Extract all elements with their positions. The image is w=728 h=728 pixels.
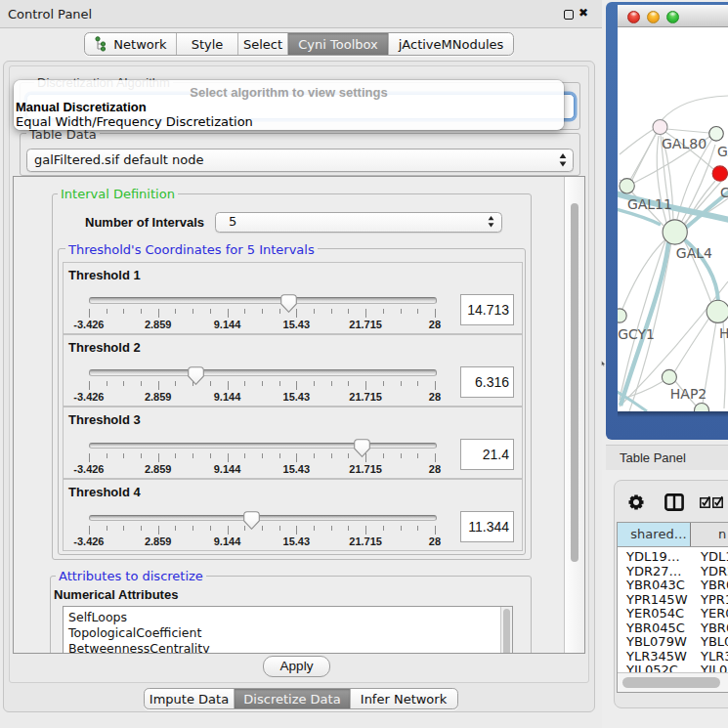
threshold-value-field[interactable]: 11.344: [460, 511, 514, 542]
slider-tick: [314, 309, 315, 314]
table-horizontal-scrollbar[interactable]: [618, 672, 728, 693]
slider-tick: [417, 381, 418, 386]
slider-tick-label: 15.43: [267, 391, 325, 403]
numerical-attributes-list[interactable]: SelfLoopsTopologicalCoefficientBetweenne…: [63, 606, 513, 654]
slider-tick: [193, 453, 193, 458]
tab-select[interactable]: Select: [238, 33, 288, 55]
table-data-combobox[interactable]: galFiltered.sif default node: [26, 149, 574, 172]
slider-tick: [158, 526, 159, 535]
slider-tick: [89, 453, 90, 462]
slider-tick: [331, 381, 332, 386]
slider-tick: [383, 309, 384, 314]
slider-tick: [296, 453, 297, 462]
network-node[interactable]: [618, 309, 626, 322]
column-header-shared-name[interactable]: shared…: [618, 523, 691, 546]
slider-tick: [141, 453, 142, 458]
titlebar[interactable]: Control Panel ✖: [0, 0, 602, 28]
popup-item-equal-width[interactable]: Equal Width/Frequency Discretization: [16, 114, 253, 129]
slider-tick: [314, 381, 315, 386]
network-node[interactable]: [709, 127, 724, 142]
popup-item-manual-discretization[interactable]: Manual Discretization: [16, 100, 147, 114]
column-header-name[interactable]: n: [691, 523, 728, 546]
network-graph: GAL80GAL1CYC1GAL11GAL4GCY1HAP2H: [618, 27, 728, 411]
slider-tick: [123, 381, 124, 386]
close-traffic-light[interactable]: [627, 11, 640, 23]
threshold-panel-2: Threshold 2-3.4262.8599.14415.4321.71528…: [63, 334, 523, 407]
network-node[interactable]: [653, 120, 667, 135]
table-panel-titlebar[interactable]: Table Panel: [606, 445, 728, 472]
zoom-traffic-light[interactable]: [666, 11, 679, 23]
tab-jactivemnodules[interactable]: jActiveMNodules: [389, 33, 513, 55]
tab-discretize-data[interactable]: Discretize Data: [235, 689, 351, 708]
settings-scrollbar[interactable]: [564, 177, 584, 653]
slider-track[interactable]: [89, 297, 437, 304]
slider-tick: [123, 453, 124, 458]
tab-network[interactable]: Network: [85, 33, 177, 55]
network-canvas[interactable]: GAL80GAL1CYC1GAL11GAL4GCY1HAP2H: [618, 27, 728, 411]
minimize-traffic-light[interactable]: [647, 11, 660, 23]
table-row[interactable]: YDR27…YDR2: [618, 564, 728, 578]
network-edge: [630, 132, 657, 184]
network-node[interactable]: [620, 179, 634, 193]
network-icon: [94, 36, 106, 52]
slider-tick-label: -3.426: [60, 319, 118, 330]
close-icon[interactable]: ✖: [578, 6, 588, 20]
slider-tick: [365, 309, 366, 318]
table-row[interactable]: YBL079WYBL0: [618, 634, 728, 649]
float-window-icon[interactable]: [564, 10, 574, 20]
slider-thumb[interactable]: [280, 294, 297, 313]
network-node[interactable]: [663, 220, 687, 244]
table-row[interactable]: YDL19…YDL1: [618, 549, 728, 564]
network-node[interactable]: [712, 166, 727, 181]
table-row[interactable]: YBR043CYBR0: [618, 578, 728, 592]
slider-tick: [279, 381, 280, 386]
threshold-panel-3: Threshold 3-3.4262.8599.14415.4321.71528…: [63, 407, 523, 479]
table-row[interactable]: YBR045CYBR0: [618, 621, 728, 635]
slider-tick-label: 21.715: [336, 319, 395, 330]
list-item[interactable]: BetweennessCentrality: [68, 641, 210, 654]
slider-tick: [348, 381, 349, 386]
tab-impute-data[interactable]: Impute Data: [145, 689, 235, 708]
slider-tick: [210, 526, 211, 531]
gear-icon[interactable]: [628, 494, 644, 510]
list-item[interactable]: SelfLoops: [68, 610, 127, 624]
table-horizontal-scrollbar-thumb[interactable]: [622, 677, 720, 688]
cell-name: YDR2: [701, 564, 728, 578]
network-node[interactable]: [662, 369, 676, 384]
slider-thumb[interactable]: [354, 439, 370, 457]
slider-track[interactable]: [89, 443, 437, 450]
list-item[interactable]: TopologicalCoefficient: [68, 625, 201, 640]
checkbox-checked-icon[interactable]: [700, 495, 711, 508]
cyni-mode-tabs: Impute DataDiscretize DataInfer Network: [144, 688, 458, 709]
slider-track[interactable]: [89, 369, 437, 376]
threshold-value-field[interactable]: 6.316: [460, 366, 514, 398]
cell-name: YBR0: [701, 578, 728, 592]
columns-icon[interactable]: [664, 493, 684, 511]
tab-cyni-toolbox[interactable]: Cyni Toolbox: [288, 33, 389, 55]
slider-track[interactable]: [89, 515, 437, 522]
tab-style[interactable]: Style: [177, 33, 238, 55]
number-of-intervals-combobox[interactable]: 5: [215, 212, 502, 233]
slider-tick: [107, 309, 107, 314]
apply-button[interactable]: Apply: [263, 656, 330, 677]
checkbox-checked-icon[interactable]: [712, 495, 724, 508]
threshold-value-field[interactable]: 21.4: [460, 439, 514, 470]
table-row[interactable]: YPR145WYPR1: [618, 592, 728, 607]
table-row[interactable]: YER054CYER0: [618, 606, 728, 621]
slider-thumb[interactable]: [243, 511, 260, 530]
slider-thumb[interactable]: [188, 366, 204, 385]
slider-tick: [141, 526, 142, 531]
network-edge: [662, 96, 728, 120]
number-of-intervals-label: Number of Intervals: [85, 215, 204, 230]
slider-tick: [123, 309, 124, 314]
attributes-list-scrollbar[interactable]: [500, 607, 512, 654]
settings-scrollbar-thumb[interactable]: [571, 203, 579, 562]
tab-infer-network[interactable]: Infer Network: [351, 689, 456, 708]
attributes-list-scrollbar-thumb[interactable]: [503, 609, 511, 655]
table-row[interactable]: YLR345WYLR3: [618, 649, 728, 664]
threshold-value-field[interactable]: 14.713: [460, 294, 514, 325]
network-node[interactable]: [707, 300, 728, 322]
network-window-titlebar[interactable]: [618, 5, 728, 27]
slider-tick: [435, 526, 436, 535]
network-node[interactable]: [695, 404, 709, 412]
